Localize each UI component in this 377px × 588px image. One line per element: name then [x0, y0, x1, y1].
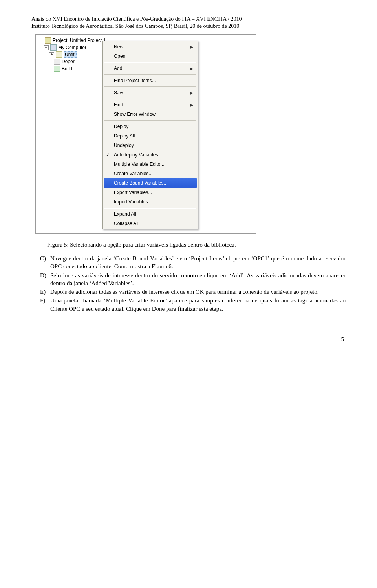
menu-label: Deploy: [114, 124, 128, 129]
page-number: 5: [31, 336, 346, 343]
tree-label-project: Project: Untitled Project 1: [53, 38, 106, 43]
list-text: Depois de adicionar todas as variáveis d…: [50, 288, 346, 296]
computer-icon: [50, 44, 57, 51]
menu-label: Show Error Window: [114, 112, 156, 117]
menu-find[interactable]: Find ▶: [104, 100, 197, 110]
list-marker: D): [40, 271, 50, 288]
figure-5-screenshot: − Project: Untitled Project 1 − My Compu…: [35, 34, 346, 234]
collapse-icon[interactable]: −: [44, 45, 49, 50]
menu-label: Undeploy: [114, 143, 134, 148]
menu-save[interactable]: Save ▶: [104, 88, 197, 97]
menu-label: Deploy All: [114, 133, 135, 139]
submenu-arrow-icon: ▶: [190, 45, 193, 49]
list-marker: E): [40, 288, 50, 296]
menu-label: Add: [114, 66, 122, 71]
menu-label: Find Project Items...: [114, 78, 156, 83]
menu-create-bound-variables[interactable]: Create Bound Variables...: [104, 178, 197, 188]
tree-label-build: Build :: [62, 66, 75, 71]
tree-label-deps: Deper: [62, 59, 75, 64]
menu-undeploy[interactable]: Undeploy: [104, 141, 197, 150]
menu-import-variables[interactable]: Import Variables...: [104, 197, 197, 207]
tree-label-computer: My Computer: [58, 45, 86, 50]
menu-multiple-variable-editor[interactable]: Multiple Variable Editor...: [104, 159, 197, 169]
menu-separator: [104, 62, 196, 62]
menu-new[interactable]: New ▶: [104, 42, 197, 51]
figure-caption: Figura 5: Selecionando a opção para cria…: [47, 242, 330, 248]
menu-separator: [104, 120, 196, 121]
running-header: Anais do XVI Encontro de Iniciação Cient…: [31, 16, 346, 29]
menu-label: New: [114, 44, 123, 49]
project-icon: [45, 37, 51, 44]
project-explorer-window: − Project: Untitled Project 1 − My Compu…: [35, 34, 256, 234]
body-text: C) Navegue dentro da janela ‘Create Boun…: [31, 255, 346, 313]
menu-separator: [104, 99, 196, 99]
list-item: C) Navegue dentro da janela ‘Create Boun…: [40, 255, 346, 271]
menu-create-variables[interactable]: Create Variables...: [104, 169, 197, 178]
menu-autodeploy-variables[interactable]: ✓ Autodeploy Variables: [104, 150, 197, 159]
check-icon: ✓: [106, 152, 110, 158]
menu-add[interactable]: Add ▶: [104, 64, 197, 73]
menu-label: Export Variables...: [114, 190, 152, 195]
tree-label-untitled: Untitl: [64, 51, 77, 58]
list-item: E) Depois de adicionar todas as variávei…: [40, 288, 346, 296]
menu-label: Create Variables...: [114, 171, 153, 176]
collapse-icon[interactable]: −: [38, 38, 43, 43]
list-marker: C): [40, 255, 50, 271]
menu-deploy[interactable]: Deploy: [104, 122, 197, 131]
menu-label: Multiple Variable Editor...: [114, 161, 166, 167]
menu-label: Open: [114, 53, 125, 59]
menu-deploy-all[interactable]: Deploy All: [104, 131, 197, 141]
menu-label: Find: [114, 102, 123, 108]
menu-collapse-all[interactable]: Collapse All: [104, 219, 197, 228]
submenu-arrow-icon: ▶: [190, 66, 193, 71]
menu-show-error-window[interactable]: Show Error Window: [104, 110, 197, 119]
list-text: Selecione as variáveis de interesse dent…: [50, 271, 346, 288]
menu-separator: [104, 208, 196, 208]
menu-label: Autodeploy Variables: [114, 152, 158, 158]
list-item: D) Selecione as variáveis de interesse d…: [40, 271, 346, 288]
menu-find-project-items[interactable]: Find Project Items...: [104, 76, 197, 85]
menu-expand-all[interactable]: Expand All: [104, 209, 197, 219]
header-line-2: Instituto Tecnológico de Aeronáutica, Sã…: [31, 23, 346, 30]
ordered-list: C) Navegue dentro da janela ‘Create Boun…: [40, 255, 346, 313]
menu-separator: [104, 86, 196, 87]
list-item: F) Uma janela chamada ‘Multiple Variable…: [40, 297, 346, 313]
submenu-arrow-icon: ▶: [190, 91, 193, 95]
header-line-1: Anais do XVI Encontro de Iniciação Cient…: [31, 16, 346, 23]
menu-export-variables[interactable]: Export Variables...: [104, 188, 197, 197]
menu-separator: [104, 74, 196, 75]
module-icon: [56, 51, 62, 58]
menu-label: Create Bound Variables...: [114, 180, 168, 186]
list-text: Navegue dentro da janela ‘Create Bound V…: [50, 255, 346, 271]
page: Anais do XVI Encontro de Iniciação Cient…: [0, 0, 377, 359]
list-marker: F): [40, 297, 50, 313]
menu-label: Expand All: [114, 211, 136, 217]
build-icon: [54, 66, 60, 72]
menu-label: Import Variables...: [114, 199, 152, 205]
tree-connector: [49, 58, 54, 65]
menu-label: Collapse All: [114, 221, 139, 226]
submenu-arrow-icon: ▶: [190, 103, 193, 107]
list-text: Uma janela chamada ‘Multiple Variable Ed…: [50, 297, 346, 313]
menu-open[interactable]: Open: [104, 51, 197, 61]
expand-icon[interactable]: +: [49, 52, 54, 57]
tree-connector: [49, 65, 54, 72]
menu-label: Save: [114, 90, 124, 95]
dependencies-icon: [54, 59, 60, 65]
context-menu: New ▶ Open Add ▶ Find Project Items... S…: [102, 41, 198, 229]
